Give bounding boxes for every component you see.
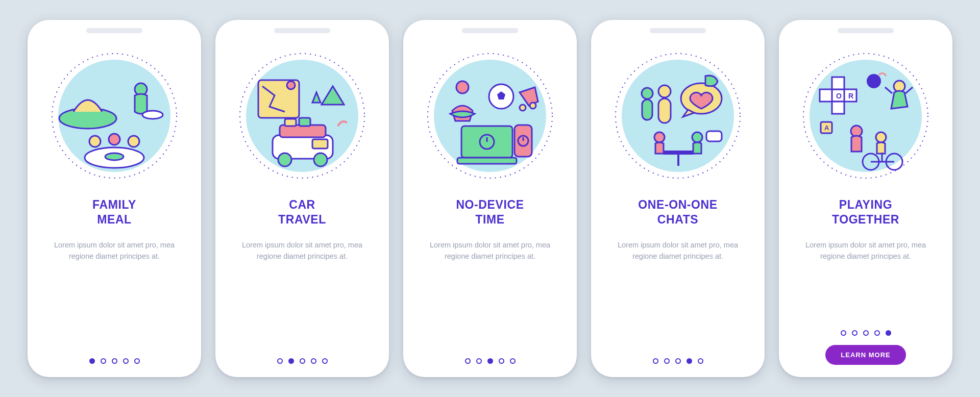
card-description: Lorem ipsum dolor sit amet pro, mea regi…: [611, 239, 744, 262]
onboarding-card-one-on-one-chats: One-on-One Chats Lorem ipsum dolor sit a…: [591, 20, 765, 377]
no-device-time-icon: [424, 49, 556, 182]
pagination-dot[interactable]: [112, 358, 117, 364]
pagination-dot[interactable]: [510, 358, 516, 364]
pagination-dot[interactable]: [288, 358, 294, 364]
card-title: No-Device Time: [456, 197, 524, 227]
pagination-dot[interactable]: [300, 358, 305, 364]
svg-rect-15: [280, 125, 326, 137]
pagination-dots: [465, 358, 516, 364]
svg-point-39: [658, 85, 671, 97]
onboarding-card-no-device-time: No-Device Time Lorem ipsum dolor sit ame…: [403, 20, 577, 377]
pagination-dot[interactable]: [863, 330, 869, 336]
playing-together-icon: O R A: [799, 49, 932, 182]
card-title: Car Travel: [278, 197, 326, 227]
pagination-dot[interactable]: [101, 358, 106, 364]
svg-point-37: [642, 88, 653, 99]
pagination-dot[interactable]: [89, 358, 95, 364]
pagination-dot[interactable]: [653, 358, 658, 364]
family-meal-icon: [48, 49, 181, 182]
svg-point-27: [530, 103, 536, 109]
pagination-dots: [841, 330, 891, 336]
svg-rect-55: [832, 102, 844, 114]
card-title: One-on-One Chats: [638, 197, 718, 227]
pagination-dot[interactable]: [487, 358, 493, 364]
pagination-dot[interactable]: [123, 358, 129, 364]
svg-rect-46: [706, 131, 722, 141]
svg-point-26: [520, 105, 526, 111]
pagination-dot[interactable]: [687, 358, 692, 364]
pagination-dot[interactable]: [499, 358, 504, 364]
card-description: Lorem ipsum dolor sit amet pro, mea regi…: [424, 239, 556, 262]
svg-text:A: A: [824, 124, 829, 132]
pagination-dot[interactable]: [476, 358, 482, 364]
card-description: Lorem ipsum dolor sit amet pro, mea regi…: [48, 239, 181, 262]
svg-text:O: O: [836, 92, 842, 100]
one-on-one-chats-icon: [611, 49, 744, 182]
card-title: Playing Together: [832, 197, 899, 227]
svg-point-61: [876, 132, 886, 142]
svg-point-5: [89, 136, 101, 147]
onboarding-card-car-travel: Car Travel Lorem ipsum dolor sit amet pr…: [215, 20, 389, 377]
svg-rect-17: [299, 118, 310, 126]
svg-point-13: [287, 81, 295, 89]
pagination-dots: [277, 358, 328, 364]
svg-rect-29: [457, 158, 517, 164]
svg-rect-38: [642, 100, 652, 120]
pagination-dot[interactable]: [886, 330, 891, 336]
pagination-dots: [89, 358, 140, 364]
onboarding-card-family-meal: Family Meal Lorem ipsum dolor sit amet p…: [28, 20, 201, 377]
pagination-dot[interactable]: [698, 358, 703, 364]
learn-more-button[interactable]: LEARN MORE: [825, 345, 905, 365]
pagination-dot[interactable]: [311, 358, 316, 364]
svg-point-23: [456, 81, 469, 93]
pagination-dot[interactable]: [874, 330, 880, 336]
onboarding-card-playing-together: O R A Playing Together Lorem ipsum dolor…: [779, 20, 952, 377]
pagination-dot[interactable]: [675, 358, 681, 364]
card-description: Lorem ipsum dolor sit amet pro, mea regi…: [236, 239, 369, 262]
pagination-dot[interactable]: [841, 330, 846, 336]
pagination-dot[interactable]: [852, 330, 857, 336]
svg-point-9: [105, 153, 124, 160]
svg-rect-54: [832, 77, 844, 89]
svg-point-44: [654, 132, 665, 142]
card-description: Lorem ipsum dolor sit amet pro, mea regi…: [799, 239, 932, 262]
pagination-dot[interactable]: [465, 358, 471, 364]
pagination-dot[interactable]: [664, 358, 670, 364]
pagination-dots: [653, 358, 703, 364]
svg-rect-40: [658, 98, 671, 123]
card-title: Family Meal: [92, 197, 136, 227]
pagination-dot[interactable]: [322, 358, 328, 364]
svg-point-58: [867, 74, 881, 88]
svg-rect-16: [285, 119, 296, 126]
svg-point-7: [128, 136, 139, 147]
svg-point-45: [692, 132, 702, 142]
svg-point-6: [109, 134, 120, 145]
svg-rect-42: [663, 151, 694, 155]
svg-point-4: [142, 111, 163, 119]
svg-point-19: [314, 153, 327, 166]
svg-text:R: R: [848, 92, 853, 100]
car-travel-icon: [236, 49, 369, 182]
pagination-dot[interactable]: [277, 358, 283, 364]
svg-rect-20: [312, 139, 328, 148]
svg-point-18: [278, 153, 291, 166]
pagination-dot[interactable]: [134, 358, 140, 364]
